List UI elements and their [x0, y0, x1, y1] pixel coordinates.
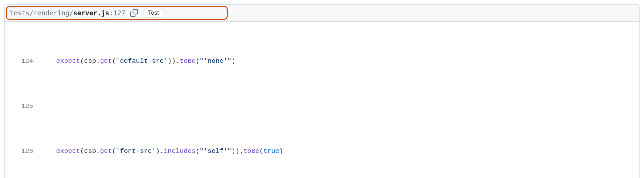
- copy-icon[interactable]: [130, 9, 138, 17]
- gutter: 125: [5, 101, 43, 112]
- gutter: 126: [5, 146, 43, 157]
- line-number: 127: [113, 9, 125, 17]
- line-sep: :: [109, 9, 113, 17]
- path-prefix: tests/rendering/: [9, 9, 73, 17]
- file-path[interactable]: tests/rendering/server.js:127: [9, 9, 125, 17]
- code-area: 124 expect(csp.get('default-src')).toBe(…: [5, 22, 639, 178]
- code-line-126: 126 expect(csp.get('font-src').includes(…: [5, 146, 639, 157]
- gutter: 124: [5, 55, 43, 67]
- code-card: tests/rendering/server.js:127 Test 124 e…: [4, 4, 640, 178]
- test-badge[interactable]: Test: [143, 8, 164, 18]
- filename: server.js: [73, 9, 109, 17]
- code-line-125: 125: [5, 101, 639, 112]
- file-header: tests/rendering/server.js:127 Test: [5, 5, 639, 22]
- code: expect(csp.get('font-src').includes("'se…: [43, 146, 639, 157]
- code-line-124: 124 expect(csp.get('default-src')).toBe(…: [5, 55, 639, 67]
- code: expect(csp.get('default-src')).toBe("'no…: [43, 55, 639, 67]
